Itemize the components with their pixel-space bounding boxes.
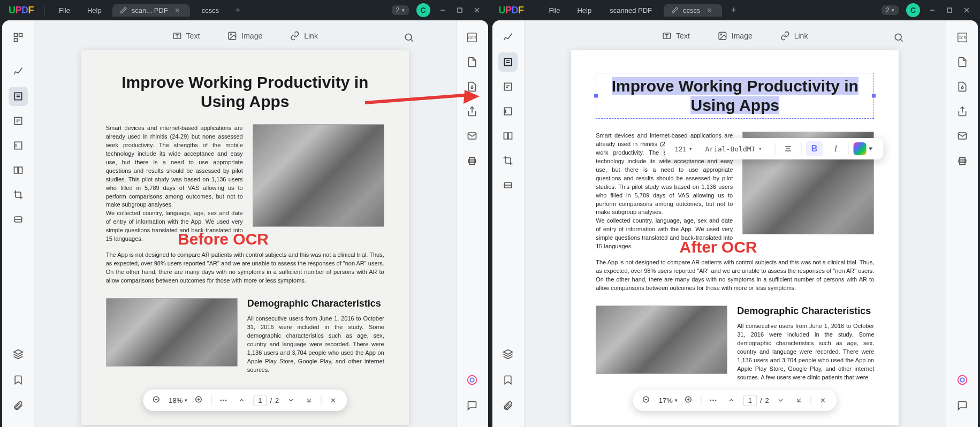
page-input[interactable]: 1: [743, 395, 757, 406]
edit-icon[interactable]: [9, 87, 28, 106]
zoom-in-button[interactable]: [683, 394, 696, 407]
crop-icon[interactable]: [9, 185, 28, 204]
tab-ccscs[interactable]: ccscs ✕: [664, 4, 723, 17]
chat-icon[interactable]: [953, 396, 972, 415]
chat-icon[interactable]: [462, 396, 482, 415]
comment-icon[interactable]: [9, 62, 28, 81]
attachment-icon[interactable]: [9, 396, 28, 415]
close-controls-button[interactable]: ✕: [326, 394, 339, 407]
add-tab-button[interactable]: +: [230, 5, 246, 16]
menu-file[interactable]: File: [51, 4, 78, 17]
email-icon[interactable]: [462, 126, 482, 146]
font-family-select[interactable]: Arial-BoldMT ▾: [701, 142, 770, 156]
image-tool[interactable]: Image: [711, 28, 759, 44]
bookmark-icon[interactable]: [9, 370, 28, 390]
bookmark-icon[interactable]: [498, 370, 518, 390]
notification-badge[interactable]: 2 ▾: [882, 5, 899, 15]
organize-icon[interactable]: [9, 161, 28, 180]
protect-icon[interactable]: [953, 77, 972, 96]
layers-icon[interactable]: [9, 345, 28, 364]
file-icon[interactable]: [953, 52, 972, 72]
zoom-out-button[interactable]: [641, 394, 654, 407]
resize-handle-right[interactable]: [872, 94, 876, 98]
link-tool[interactable]: Link: [284, 28, 324, 44]
color-picker-button[interactable]: [853, 142, 866, 155]
redact-icon[interactable]: [498, 176, 518, 195]
minimize-button[interactable]: [438, 5, 447, 15]
tab-scanned-pdf[interactable]: scanned PDF: [602, 4, 659, 17]
tab-ccscs[interactable]: ccscs: [194, 4, 227, 17]
page-icon-2[interactable]: [498, 77, 518, 96]
prev-page-button[interactable]: [725, 394, 738, 407]
text-tool[interactable]: Text: [166, 28, 207, 44]
search-button[interactable]: [889, 28, 908, 47]
ocr-icon[interactable]: OCR: [953, 28, 972, 47]
ai-icon[interactable]: [953, 370, 972, 390]
attachment-icon[interactable]: [498, 396, 518, 415]
bold-button[interactable]: B: [806, 141, 823, 156]
text-edit-selection[interactable]: Improve Working Productivity in Using Ap…: [596, 73, 874, 119]
maximize-button[interactable]: [455, 5, 465, 15]
share-icon[interactable]: [462, 102, 482, 121]
close-controls-button[interactable]: ✕: [817, 394, 830, 407]
paragraph-2[interactable]: The App is not designed to compare AR pa…: [596, 258, 874, 293]
crop-icon[interactable]: [498, 151, 518, 170]
edit-icon[interactable]: [498, 52, 518, 72]
minimize-button[interactable]: [928, 5, 937, 15]
ai-icon[interactable]: [462, 370, 482, 390]
redact-icon[interactable]: [9, 210, 28, 229]
text-tool[interactable]: Text: [656, 28, 696, 44]
section-heading[interactable]: Demographic Characteristics: [737, 306, 874, 317]
last-page-button[interactable]: [793, 394, 806, 407]
avatar[interactable]: C: [416, 3, 430, 17]
tab-scanned-pdf[interactable]: scan... PDF ✕: [112, 4, 190, 17]
email-icon[interactable]: [953, 126, 972, 146]
zoom-level[interactable]: 17% ▾: [659, 396, 678, 405]
link-tool[interactable]: Link: [774, 28, 815, 44]
maximize-button[interactable]: [945, 5, 954, 15]
file-icon[interactable]: [462, 52, 482, 72]
avatar[interactable]: C: [906, 3, 920, 17]
document-viewport-right[interactable]: Text Image Link Improve Working Producti…: [525, 20, 946, 427]
add-tab-button[interactable]: +: [725, 5, 742, 16]
resize-handle-left[interactable]: [594, 94, 598, 98]
zoom-in-button[interactable]: [193, 394, 206, 407]
next-page-button[interactable]: [284, 394, 297, 407]
page-icon-2[interactable]: [9, 111, 28, 131]
paragraph-3[interactable]: All consecutive users from June 1, 2016 …: [737, 322, 874, 382]
page-title-editable[interactable]: Improve Working Productivity in Using Ap…: [612, 77, 859, 114]
protect-icon[interactable]: [462, 77, 482, 96]
print-icon[interactable]: [953, 151, 972, 170]
organize-icon[interactable]: [498, 126, 518, 146]
print-icon[interactable]: [462, 151, 482, 170]
view-mode-button[interactable]: [707, 394, 720, 407]
ocr-icon[interactable]: OCR: [462, 28, 482, 47]
close-button[interactable]: [472, 5, 482, 15]
menu-file[interactable]: File: [542, 4, 568, 17]
comment-icon[interactable]: [498, 28, 518, 47]
zoom-out-button[interactable]: [150, 394, 163, 407]
page-input[interactable]: 1: [253, 395, 267, 406]
share-icon[interactable]: [953, 102, 972, 121]
image-tool[interactable]: Image: [221, 28, 269, 44]
next-page-button[interactable]: [774, 394, 787, 407]
notification-badge[interactable]: 2 ▾: [392, 5, 409, 15]
close-button[interactable]: [962, 5, 971, 15]
search-button[interactable]: [399, 28, 419, 47]
last-page-button[interactable]: [302, 394, 315, 407]
font-size-select[interactable]: 121 ▾: [671, 142, 697, 156]
form-icon[interactable]: [9, 136, 28, 155]
menu-help[interactable]: Help: [569, 4, 599, 17]
italic-button[interactable]: I: [827, 141, 844, 156]
align-button[interactable]: [779, 141, 796, 156]
article-image-2[interactable]: [596, 306, 727, 374]
close-icon[interactable]: ✕: [704, 6, 715, 14]
close-icon[interactable]: ✕: [172, 6, 183, 14]
prev-page-button[interactable]: [235, 394, 248, 407]
document-viewport-left[interactable]: Text Image Link Improve Working Producti…: [34, 20, 456, 427]
view-mode-button[interactable]: [217, 394, 230, 407]
form-icon[interactable]: [498, 102, 518, 121]
layers-icon[interactable]: [498, 345, 518, 364]
thumbnails-icon[interactable]: [9, 28, 28, 47]
zoom-level[interactable]: 18% ▾: [169, 396, 187, 405]
